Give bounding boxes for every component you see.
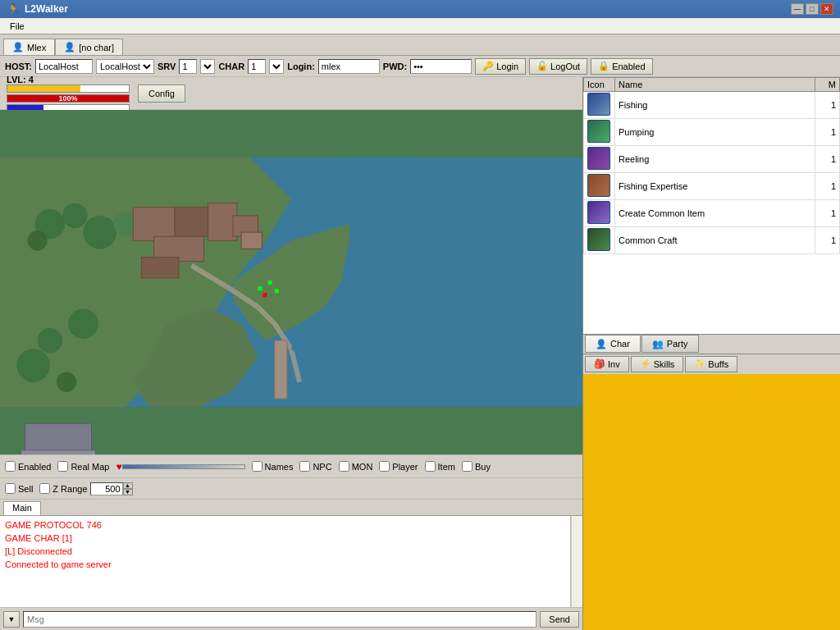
login-button[interactable]: 🔑 Login — [475, 58, 526, 75]
zrange-label: Z Range — [52, 484, 87, 494]
skill-icon-cell-5 — [584, 227, 615, 254]
svg-rect-24 — [268, 281, 272, 285]
skill-icon-0 — [587, 93, 610, 116]
item-checkbox[interactable] — [425, 461, 436, 472]
npc-checkbox[interactable] — [299, 461, 310, 472]
char-input[interactable] — [248, 59, 266, 74]
srv-input[interactable] — [179, 59, 197, 74]
config-button[interactable]: Config — [138, 84, 185, 103]
char-tab-nochar[interactable]: 👤 [no char] — [55, 39, 123, 55]
skills-icon: ⚡ — [640, 358, 651, 369]
buy-checkbox[interactable] — [462, 461, 472, 472]
svg-point-11 — [376, 326, 406, 356]
pwd-label: PWD: — [383, 62, 407, 71]
host-dropdown[interactable]: LocalHost — [96, 59, 154, 74]
action-tabs: 🎒 Inv ⚡ Skills ✨ Buffs — [583, 354, 840, 374]
zrange-down-button[interactable]: ▼ — [123, 489, 133, 495]
enabled-label: Enabled — [18, 462, 51, 472]
char-dropdown[interactable]: 1 — [269, 59, 284, 74]
logout-button[interactable]: 🔓 LogOut — [529, 58, 587, 75]
player-checkbox[interactable] — [379, 461, 390, 472]
login-input[interactable] — [318, 59, 380, 74]
zrange-spin-buttons: ▲ ▼ — [123, 482, 133, 495]
chat-tabs: Main — [0, 500, 582, 516]
svg-rect-22 — [21, 450, 95, 454]
svg-point-12 — [395, 303, 420, 327]
skill-icon-cell-3 — [584, 173, 615, 200]
skill-row-2: Reeling1 — [584, 146, 840, 173]
skill-name-4: Create Common Item — [615, 200, 815, 227]
enabled-checkbox[interactable] — [5, 461, 16, 472]
mlex-tab-label: Mlex — [27, 43, 46, 52]
enabled-check-item: Enabled — [5, 461, 51, 472]
zrange-input[interactable] — [90, 482, 123, 495]
close-button[interactable]: ✕ — [820, 3, 833, 15]
skill-level-4: 1 — [815, 200, 840, 227]
nochar-tab-label: [no char] — [79, 43, 114, 52]
real-map-checkbox[interactable] — [57, 461, 68, 472]
skill-row-4: Create Common Item1 — [584, 200, 840, 227]
buy-check-item: Buy — [462, 461, 491, 472]
skill-icon-4 — [587, 201, 610, 224]
skill-row-0: Fishing1 — [584, 92, 840, 119]
app-title: L2Walker — [25, 3, 68, 15]
zrange-checkbox[interactable] — [39, 483, 50, 494]
logout-icon: 🔓 — [536, 61, 548, 71]
skills-tab-button[interactable]: ⚡ Skills — [631, 356, 684, 372]
inv-tab-label: Inv — [608, 359, 620, 369]
buffs-icon: ✨ — [694, 358, 705, 369]
hp-slider[interactable] — [122, 464, 245, 469]
player-label: Player — [392, 462, 418, 472]
chat-tab-main[interactable]: Main — [3, 501, 41, 515]
skill-icon-1 — [587, 120, 610, 143]
xp-bar-container — [7, 84, 130, 93]
minimize-button[interactable]: — — [791, 3, 804, 15]
char-label: CHAR — [218, 62, 244, 71]
npc-check-item: NPC — [299, 461, 331, 472]
char-tab-icon: 👤 — [596, 339, 607, 349]
enabled-button[interactable]: 🔒 Enabled — [591, 58, 652, 75]
send-button[interactable]: Send — [540, 611, 579, 628]
chat-msg-1: GAME CHAR [1] — [5, 532, 565, 545]
skill-icon-2 — [587, 147, 610, 170]
map-area[interactable] — [0, 110, 582, 454]
chat-input[interactable] — [23, 611, 536, 628]
names-checkbox[interactable] — [252, 461, 262, 472]
skill-name-5: Common Craft — [615, 227, 815, 254]
svg-rect-0 — [0, 158, 582, 407]
party-tab-icon: 👥 — [652, 339, 664, 349]
nochar-tab-icon: 👤 — [64, 42, 75, 52]
svg-rect-15 — [208, 203, 238, 241]
maximize-button[interactable]: □ — [806, 3, 819, 15]
chat-scrollbar[interactable] — [571, 516, 582, 607]
char-tab-button[interactable]: 👤 Char — [585, 335, 641, 353]
buy-label: Buy — [475, 462, 491, 472]
char-tab-mlex[interactable]: 👤 Mlex — [3, 39, 55, 55]
menu-file[interactable]: File — [3, 20, 31, 33]
srv-dropdown[interactable]: 1 — [200, 59, 215, 74]
level-display: LVL: 4 — [7, 75, 130, 84]
chat-dropdown-button[interactable]: ▼ — [3, 611, 20, 628]
mon-checkbox[interactable] — [339, 461, 349, 472]
item-check-item: Item — [425, 461, 455, 472]
svg-rect-23 — [258, 286, 262, 290]
svg-point-5 — [113, 212, 136, 235]
skills-scroll[interactable]: Icon Name M Fishing1Pumping1Reeling1Fish… — [583, 77, 840, 258]
skill-level-0: 1 — [815, 92, 840, 119]
skill-name-3: Fishing Expertise — [615, 173, 815, 200]
host-input[interactable] — [35, 59, 93, 74]
pwd-input[interactable] — [410, 59, 472, 74]
sell-checkbox[interactable] — [5, 483, 16, 494]
zrange-up-button[interactable]: ▲ — [123, 482, 133, 489]
party-tab-label: Party — [667, 339, 688, 349]
buffs-tab-button[interactable]: ✨ Buffs — [685, 356, 737, 372]
skills-table-body: Fishing1Pumping1Reeling1Fishing Expertis… — [584, 92, 840, 254]
xp-bar — [7, 85, 80, 92]
svg-point-2 — [62, 203, 87, 228]
party-tab-button[interactable]: 👥 Party — [641, 335, 699, 353]
skill-icon-3 — [587, 174, 610, 197]
inv-tab-button[interactable]: 🎒 Inv — [585, 356, 629, 372]
login-icon: 🔑 — [482, 61, 494, 71]
login-label: Login: — [287, 62, 315, 71]
host-label: HOST: — [5, 62, 32, 71]
